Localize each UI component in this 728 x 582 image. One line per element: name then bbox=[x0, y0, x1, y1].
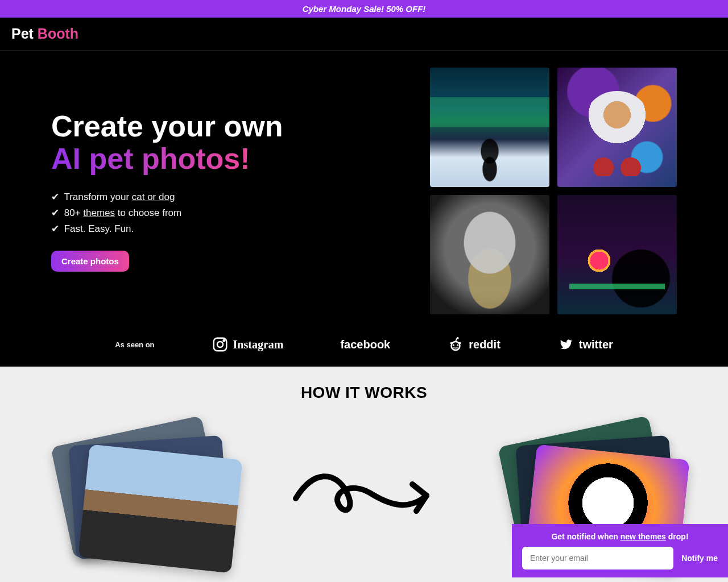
facebook-link[interactable]: facebook bbox=[340, 338, 390, 351]
sample-image-dog-bar bbox=[557, 195, 677, 314]
instagram-label: Instagram bbox=[233, 338, 284, 351]
svg-point-7 bbox=[450, 342, 453, 344]
svg-point-5 bbox=[457, 344, 459, 346]
feature-3-text: Fast. Easy. Fun. bbox=[64, 223, 134, 234]
brand-word-2: Booth bbox=[38, 26, 78, 41]
notify-button[interactable]: Notify me bbox=[681, 554, 718, 563]
reddit-icon bbox=[447, 336, 464, 353]
svg-point-8 bbox=[457, 337, 459, 339]
notify-pre: Get notified when bbox=[551, 532, 620, 541]
email-input[interactable] bbox=[522, 547, 673, 569]
twitter-link[interactable]: twitter bbox=[557, 336, 613, 353]
feature-1-link[interactable]: cat or dog bbox=[132, 192, 175, 202]
twitter-icon bbox=[557, 336, 574, 353]
twitter-label: twitter bbox=[579, 338, 613, 351]
hero-heading-line1: Create your own bbox=[51, 110, 283, 143]
check-icon: ✔ bbox=[51, 223, 59, 234]
svg-point-6 bbox=[459, 342, 461, 344]
feature-2-link[interactable]: themes bbox=[83, 207, 115, 218]
svg-point-2 bbox=[223, 340, 225, 342]
promo-text: Cyber Monday Sale! 50% OFF! bbox=[303, 4, 426, 14]
feature-2-pre: 80+ bbox=[64, 207, 84, 218]
feature-2-post: to choose from bbox=[115, 207, 181, 218]
instagram-icon bbox=[212, 336, 229, 353]
hero-copy: Create your own AI pet photos! ✔ Transfo… bbox=[51, 110, 407, 272]
hero-image-grid bbox=[430, 68, 677, 314]
hero-heading: Create your own AI pet photos! bbox=[51, 110, 407, 175]
check-icon: ✔ bbox=[51, 207, 59, 218]
brand-logo[interactable]: Pet Booth bbox=[11, 26, 78, 41]
svg-point-3 bbox=[452, 342, 460, 350]
notify-post: drop! bbox=[666, 532, 689, 541]
hero-heading-line2: AI pet photos! bbox=[51, 142, 250, 175]
feature-list: ✔ Transform your cat or dog ✔ 80+ themes… bbox=[51, 191, 407, 235]
arrow-icon bbox=[290, 464, 438, 533]
how-it-works-title: HOW IT WORKS bbox=[0, 384, 728, 402]
svg-point-1 bbox=[217, 342, 223, 347]
feature-item-2: ✔ 80+ themes to choose from bbox=[51, 207, 407, 219]
svg-point-4 bbox=[453, 344, 454, 346]
instagram-link[interactable]: Instagram bbox=[212, 336, 284, 353]
feature-1-pre: Transform your bbox=[64, 192, 131, 202]
hero: Create your own AI pet photos! ✔ Transfo… bbox=[0, 51, 728, 326]
promo-bar: Cyber Monday Sale! 50% OFF! bbox=[0, 0, 728, 18]
facebook-label: facebook bbox=[340, 338, 390, 351]
sample-image-cat-knight bbox=[430, 195, 549, 314]
reddit-label: reddit bbox=[469, 338, 500, 351]
feature-item-3: ✔ Fast. Easy. Fun. bbox=[51, 223, 407, 235]
notify-popup: Get notified when new themes drop! Notif… bbox=[512, 524, 728, 577]
brand-word-1: Pet bbox=[11, 26, 38, 41]
notify-title: Get notified when new themes drop! bbox=[522, 532, 718, 541]
create-photos-button[interactable]: Create photos bbox=[51, 251, 129, 272]
input-photo-card bbox=[78, 444, 242, 573]
sample-image-cat-astronaut bbox=[557, 68, 677, 187]
notify-form: Notify me bbox=[522, 547, 718, 569]
check-icon: ✔ bbox=[51, 192, 59, 202]
input-photo-stack bbox=[55, 425, 226, 572]
navbar: Pet Booth bbox=[0, 18, 728, 51]
as-seen-on-bar: As seen on Instagram facebook reddit twi… bbox=[0, 326, 728, 367]
sample-image-dog-aurora bbox=[430, 68, 549, 187]
notify-link[interactable]: new themes bbox=[621, 532, 666, 541]
feature-item-1: ✔ Transform your cat or dog bbox=[51, 191, 407, 203]
as-seen-label: As seen on bbox=[115, 340, 154, 349]
reddit-link[interactable]: reddit bbox=[447, 336, 500, 353]
